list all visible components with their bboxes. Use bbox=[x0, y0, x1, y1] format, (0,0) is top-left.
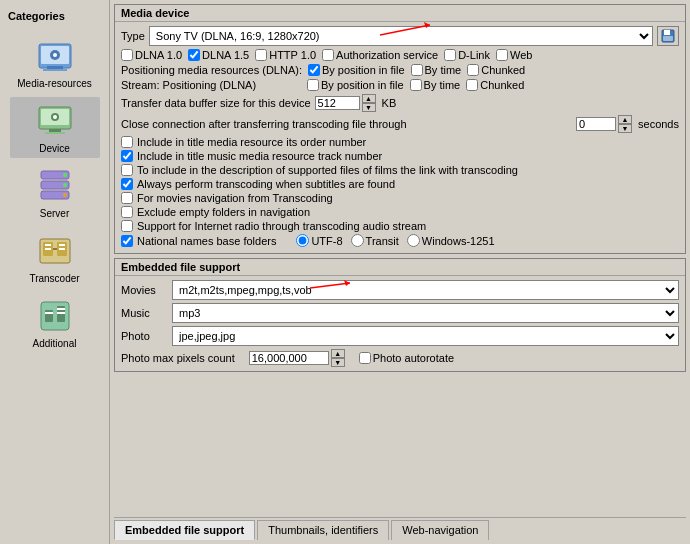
save-button[interactable] bbox=[657, 26, 679, 46]
photo-autorotate-checkbox[interactable] bbox=[359, 352, 371, 364]
photo-label: Photo bbox=[121, 330, 166, 342]
encoding-radio-group: UTF-8 Transit Windows-1251 bbox=[296, 234, 494, 247]
windows1251-label: Windows-1251 bbox=[422, 235, 495, 247]
photo-max-spin-up[interactable]: ▲ bbox=[331, 349, 345, 358]
type-row: Type Sony TV (DLNA, 16:9, 1280x720) bbox=[121, 26, 679, 46]
sidebar-item-additional[interactable]: Additional bbox=[10, 292, 100, 353]
photo-select[interactable]: jpe,jpeg,jpg bbox=[172, 326, 679, 346]
sidebar-item-additional-label: Additional bbox=[33, 338, 77, 349]
support-radio-checkbox[interactable] bbox=[121, 220, 133, 232]
close-unit: seconds bbox=[638, 118, 679, 130]
close-spin-up[interactable]: ▲ bbox=[618, 115, 632, 124]
close-spin-down[interactable]: ▼ bbox=[618, 124, 632, 133]
transfer-spin-up[interactable]: ▲ bbox=[362, 94, 376, 103]
sidebar-item-device[interactable]: Device bbox=[10, 97, 100, 158]
sidebar-item-transcoder[interactable]: Transcoder bbox=[10, 227, 100, 288]
photo-max-input-group: ▲ ▼ bbox=[249, 349, 345, 367]
svg-point-15 bbox=[63, 173, 67, 177]
positioning-row: Positioning media resources (DLNA): By p… bbox=[121, 64, 679, 76]
sidebar-item-server[interactable]: Server bbox=[10, 162, 100, 223]
media-device-title: Media device bbox=[115, 5, 685, 22]
checkbox-authservice[interactable]: Authorization service bbox=[322, 49, 438, 61]
excl-empty-checkbox[interactable] bbox=[121, 206, 133, 218]
http10-label: HTTP 1.0 bbox=[269, 49, 316, 61]
movies-select[interactable]: m2t,m2ts,mpeg,mpg,ts,vob bbox=[172, 280, 679, 300]
checkbox-web[interactable]: Web bbox=[496, 49, 532, 61]
pos-by-time[interactable]: By time bbox=[411, 64, 462, 76]
national-names-checkbox[interactable] bbox=[121, 235, 133, 247]
checkbox-dlna10[interactable]: DLNA 1.0 bbox=[121, 49, 182, 61]
bottom-tabs: Embedded file support Thumbnails, identi… bbox=[114, 517, 686, 540]
windows1251-radio[interactable] bbox=[407, 234, 420, 247]
http10-checkbox[interactable] bbox=[255, 49, 267, 61]
tab-thumbnails[interactable]: Thumbnails, identifiers bbox=[257, 520, 389, 540]
incl-order-checkbox[interactable] bbox=[121, 136, 133, 148]
pos-chunked[interactable]: Chunked bbox=[467, 64, 525, 76]
music-select[interactable]: mp3 bbox=[172, 303, 679, 323]
check-always-transcode: Always perform transcoding when subtitle… bbox=[121, 178, 679, 190]
stream-by-position[interactable]: By position in file bbox=[307, 79, 404, 91]
dlink-label: D-Link bbox=[458, 49, 490, 61]
save-icon bbox=[661, 29, 675, 43]
authservice-checkbox[interactable] bbox=[322, 49, 334, 61]
stream-label: Stream: Positioning (DLNA) bbox=[121, 79, 301, 91]
stream-byposition-checkbox[interactable] bbox=[307, 79, 319, 91]
photo-autorotate-item[interactable]: Photo autorotate bbox=[359, 352, 454, 364]
radio-transit[interactable]: Transit bbox=[351, 234, 399, 247]
stream-bytime-checkbox[interactable] bbox=[410, 79, 422, 91]
stream-by-time[interactable]: By time bbox=[410, 79, 461, 91]
transit-radio[interactable] bbox=[351, 234, 364, 247]
photo-max-spin-down[interactable]: ▼ bbox=[331, 358, 345, 367]
tab-embedded[interactable]: Embedded file support bbox=[114, 520, 255, 540]
pos-chunked-checkbox[interactable] bbox=[467, 64, 479, 76]
music-row: Music mp3 bbox=[121, 303, 679, 323]
incl-track-checkbox[interactable] bbox=[121, 150, 133, 162]
sidebar-item-media-resources[interactable]: Media-resources bbox=[10, 32, 100, 93]
transfer-input[interactable] bbox=[315, 96, 360, 110]
type-select[interactable]: Sony TV (DLNA, 16:9, 1280x720) bbox=[149, 26, 653, 46]
incl-order-label: Include in title media resource its orde… bbox=[137, 136, 366, 148]
server-icon bbox=[35, 166, 75, 206]
stream-chunked[interactable]: Chunked bbox=[466, 79, 524, 91]
photo-max-input[interactable] bbox=[249, 351, 329, 365]
movies-nav-checkbox[interactable] bbox=[121, 192, 133, 204]
dlink-checkbox[interactable] bbox=[444, 49, 456, 61]
check-national-names: National names base folders UTF-8 Transi… bbox=[121, 234, 679, 247]
tab-web-navigation[interactable]: Web-navigation bbox=[391, 520, 489, 540]
transit-label: Transit bbox=[366, 235, 399, 247]
svg-rect-22 bbox=[45, 248, 51, 250]
radio-windows1251[interactable]: Windows-1251 bbox=[407, 234, 495, 247]
checkbox-http10[interactable]: HTTP 1.0 bbox=[255, 49, 316, 61]
close-input[interactable] bbox=[576, 117, 616, 131]
dlna10-checkbox[interactable] bbox=[121, 49, 133, 61]
svg-rect-29 bbox=[57, 312, 65, 314]
pos-bytime-checkbox[interactable] bbox=[411, 64, 423, 76]
photo-max-row: Photo max pixels count ▲ ▼ Photo autorot… bbox=[121, 349, 679, 367]
stream-chunked-checkbox[interactable] bbox=[466, 79, 478, 91]
pos-by-position[interactable]: By position in file bbox=[308, 64, 405, 76]
svg-point-3 bbox=[53, 53, 57, 57]
utf8-label: UTF-8 bbox=[311, 235, 342, 247]
national-names-label: National names base folders bbox=[137, 235, 276, 247]
pos-byposition-label: By position in file bbox=[322, 64, 405, 76]
checkbox-dlink[interactable]: D-Link bbox=[444, 49, 490, 61]
check-incl-order: Include in title media resource its orde… bbox=[121, 136, 679, 148]
svg-rect-4 bbox=[47, 66, 63, 69]
movies-row: Movies m2t,m2ts,mpeg,mpg,ts,vob bbox=[121, 280, 679, 300]
radio-utf8[interactable]: UTF-8 bbox=[296, 234, 342, 247]
incl-desc-checkbox[interactable] bbox=[121, 164, 133, 176]
utf8-radio[interactable] bbox=[296, 234, 309, 247]
always-transcode-checkbox[interactable] bbox=[121, 178, 133, 190]
svg-point-17 bbox=[63, 193, 67, 197]
transfer-spinner: ▲ ▼ bbox=[362, 94, 376, 112]
pos-byposition-checkbox[interactable] bbox=[308, 64, 320, 76]
dlna15-checkbox[interactable] bbox=[188, 49, 200, 61]
stream-options: By position in file By time Chunked bbox=[307, 79, 524, 91]
svg-point-16 bbox=[63, 183, 67, 187]
dlna10-label: DLNA 1.0 bbox=[135, 49, 182, 61]
transfer-spin-down[interactable]: ▼ bbox=[362, 103, 376, 112]
checkbox-dlna15[interactable]: DLNA 1.5 bbox=[188, 49, 249, 61]
incl-track-label: Include in title music media resource tr… bbox=[137, 150, 382, 162]
type-label: Type bbox=[121, 30, 145, 42]
web-checkbox[interactable] bbox=[496, 49, 508, 61]
